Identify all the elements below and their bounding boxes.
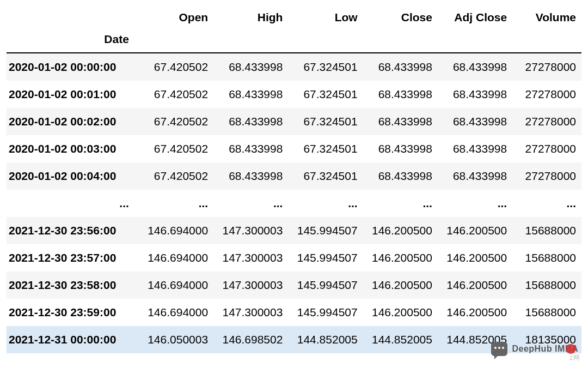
- cell: 146.200500: [363, 244, 438, 272]
- cell: 145.994507: [288, 272, 363, 299]
- cell: 146.200500: [363, 272, 438, 299]
- table-row: 2020-01-02 00:02:0067.42050268.43399867.…: [7, 108, 581, 135]
- cell: 67.324501: [288, 108, 363, 135]
- cell: 27278000: [512, 135, 581, 162]
- row-index: 2021-12-30 23:57:00: [7, 244, 139, 272]
- table-row: 2020-01-02 00:03:0067.42050268.43399867.…: [7, 135, 581, 162]
- row-index: 2020-01-02 00:01:00: [7, 81, 139, 108]
- cell: 146.200500: [363, 299, 438, 326]
- cell: 145.994507: [288, 299, 363, 326]
- cell: 68.433998: [213, 81, 288, 108]
- cell: 67.324501: [288, 162, 363, 190]
- table-header: Open High Low Close Adj Close Volume Dat…: [7, 5, 581, 53]
- cell: 68.433998: [438, 108, 512, 135]
- cell: 146.694000: [139, 299, 213, 326]
- cell: 67.420502: [139, 53, 213, 81]
- index-name: Date: [7, 29, 139, 53]
- table-body: 2020-01-02 00:00:0067.42050268.43399867.…: [7, 53, 581, 353]
- cell: 67.420502: [139, 162, 213, 190]
- cell: 27278000: [512, 108, 581, 135]
- cell: 27278000: [512, 162, 581, 190]
- table-row: 2021-12-30 23:58:00146.694000147.3000031…: [7, 272, 581, 299]
- table-row: 2021-12-30 23:56:00146.694000147.3000031…: [7, 217, 581, 244]
- row-index: 2021-12-31 00:00:00: [7, 326, 139, 353]
- cell: 146.200500: [438, 272, 512, 299]
- row-index: 2020-01-02 00:04:00: [7, 162, 139, 190]
- table-row: 2020-01-02 00:04:0067.42050268.43399867.…: [7, 162, 581, 190]
- cell: 67.324501: [288, 53, 363, 81]
- cell: 68.433998: [438, 81, 512, 108]
- cell: ...: [288, 190, 363, 217]
- cell: 146.200500: [438, 217, 512, 244]
- cell: 27278000: [512, 53, 581, 81]
- row-index: 2021-12-30 23:58:00: [7, 272, 139, 299]
- cell: 146.698502: [213, 326, 288, 353]
- table-row: 2021-12-31 00:00:00146.050003146.6985021…: [7, 326, 581, 353]
- col-header-open: Open: [139, 5, 213, 29]
- col-header-low: Low: [288, 5, 363, 29]
- cell: 146.200500: [438, 244, 512, 272]
- cell: 67.420502: [139, 81, 213, 108]
- row-index: 2021-12-30 23:59:00: [7, 299, 139, 326]
- row-index: 2021-12-30 23:56:00: [7, 217, 139, 244]
- cell: 68.433998: [438, 162, 512, 190]
- cell: 146.200500: [438, 299, 512, 326]
- row-index: 2020-01-02 00:02:00: [7, 108, 139, 135]
- header-blank: [7, 5, 139, 29]
- cell: 147.300003: [213, 244, 288, 272]
- table-row: 2020-01-02 00:00:0067.42050268.43399867.…: [7, 53, 581, 81]
- col-header-adjclose: Adj Close: [438, 5, 512, 29]
- cell: 68.433998: [363, 81, 438, 108]
- cell: ...: [512, 190, 581, 217]
- cell: 67.420502: [139, 108, 213, 135]
- cell: 68.433998: [363, 53, 438, 81]
- row-index: ...: [7, 190, 139, 217]
- cell: 146.694000: [139, 272, 213, 299]
- table-row: 2021-12-30 23:59:00146.694000147.3000031…: [7, 299, 581, 326]
- ellipsis-row: .....................: [7, 190, 581, 217]
- cell: 145.994507: [288, 217, 363, 244]
- col-header-close: Close: [363, 5, 438, 29]
- dataframe-table: Open High Low Close Adj Close Volume Dat…: [7, 5, 581, 353]
- cell: 68.433998: [213, 53, 288, 81]
- cell: 146.694000: [139, 217, 213, 244]
- cell: 68.433998: [363, 162, 438, 190]
- col-header-volume: Volume: [512, 5, 581, 29]
- cell: 27278000: [512, 81, 581, 108]
- cell: 67.324501: [288, 135, 363, 162]
- cell: 144.852005: [288, 326, 363, 353]
- cell: ...: [363, 190, 438, 217]
- cell: 147.300003: [213, 299, 288, 326]
- cell: 68.433998: [438, 135, 512, 162]
- cell: 68.433998: [213, 135, 288, 162]
- cell: 147.300003: [213, 217, 288, 244]
- cell: 68.433998: [213, 162, 288, 190]
- cell: 15688000: [512, 244, 581, 272]
- row-index: 2020-01-02 00:00:00: [7, 53, 139, 81]
- cell: 145.994507: [288, 244, 363, 272]
- cell: ...: [139, 190, 213, 217]
- cell: 68.433998: [363, 135, 438, 162]
- cell: 68.433998: [438, 53, 512, 81]
- cell: 146.050003: [139, 326, 213, 353]
- cell: 68.433998: [363, 108, 438, 135]
- table-row: 2020-01-02 00:01:0067.42050268.43399867.…: [7, 81, 581, 108]
- cell: 144.852005: [363, 326, 438, 353]
- cell: 146.200500: [363, 217, 438, 244]
- cell: 67.420502: [139, 135, 213, 162]
- col-header-high: High: [213, 5, 288, 29]
- cell: ...: [213, 190, 288, 217]
- cell: ...: [438, 190, 512, 217]
- cell: 15688000: [512, 272, 581, 299]
- corner-text: z网: [569, 353, 580, 363]
- cell: 146.694000: [139, 244, 213, 272]
- cell: 67.324501: [288, 81, 363, 108]
- row-index: 2020-01-02 00:03:00: [7, 135, 139, 162]
- cell: 15688000: [512, 217, 581, 244]
- cell: 68.433998: [213, 108, 288, 135]
- cell: 147.300003: [213, 272, 288, 299]
- cell: 15688000: [512, 299, 581, 326]
- cell: 18135000: [512, 326, 581, 353]
- cell: 144.852005: [438, 326, 512, 353]
- table-row: 2021-12-30 23:57:00146.694000147.3000031…: [7, 244, 581, 272]
